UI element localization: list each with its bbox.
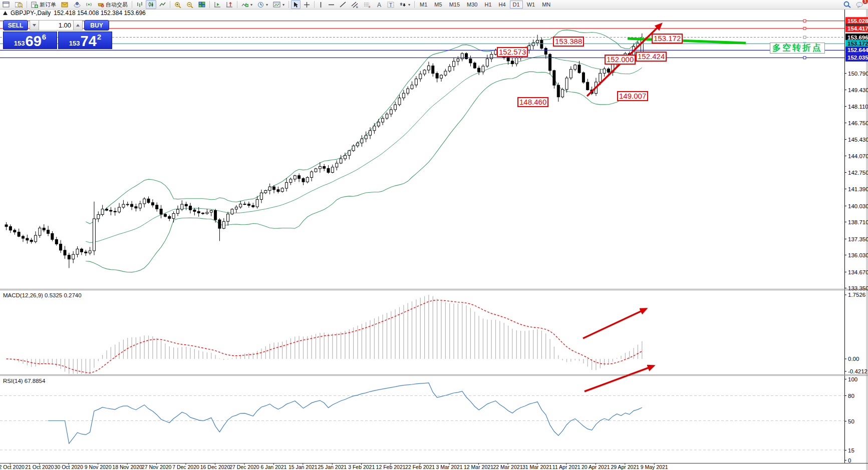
tile-windows-button[interactable] — [196, 0, 207, 9]
chart-title-bar: GBPJPY-,Daily 152.418 154.008 152.384 15… — [0, 10, 868, 16]
timeframe-h4[interactable]: H4 — [496, 1, 509, 9]
rsi-label: RSI(14) 67.8854 — [3, 378, 45, 384]
line-chart-icon — [159, 2, 166, 8]
price-annotation: 149.007 — [617, 91, 648, 101]
crosshair-button[interactable] — [302, 0, 312, 9]
new-order-button[interactable]: 新订单 — [29, 0, 58, 9]
notification-badge: 1 — [862, 0, 868, 4]
macd-label: MACD(12,26,9) 0.5325 0.2740 — [3, 292, 82, 298]
macd-pane-area[interactable] — [0, 290, 844, 374]
horizontal-line-button[interactable] — [326, 0, 337, 9]
window-list-icon[interactable] — [1, 0, 12, 9]
buy-price-pips: 74 — [81, 34, 97, 48]
timeframe-mn[interactable]: MN — [539, 1, 553, 9]
candlestick-type-button[interactable] — [146, 0, 156, 9]
mt4-window: 新订单 自动交易 — [0, 0, 868, 470]
shapes-button[interactable]: ▾ — [397, 0, 412, 9]
shapes-caret: ▾ — [408, 3, 410, 7]
timeframe-m1[interactable]: M1 — [417, 1, 430, 9]
zoom-out-icon — [186, 2, 193, 8]
collapse-arrow-icon[interactable] — [3, 11, 8, 15]
zoom-in-button[interactable] — [172, 0, 183, 9]
auto-scroll-button[interactable] — [212, 0, 223, 9]
arrows-shapes-icon — [399, 2, 406, 8]
spinner-down-icon — [33, 24, 36, 27]
svg-text:A: A — [377, 2, 381, 8]
signals-button[interactable] — [84, 0, 94, 9]
chart-shift-button[interactable] — [224, 0, 235, 9]
buy-price-display[interactable]: 153 74 2 — [58, 32, 112, 49]
time-axis[interactable] — [0, 463, 844, 470]
volume-decrease-button[interactable] — [30, 20, 39, 31]
crosshair-icon — [304, 2, 310, 8]
indicators-caret: ▾ — [250, 3, 252, 7]
candlestick-icon — [148, 2, 154, 8]
trendline-button[interactable] — [338, 0, 348, 9]
sell-button[interactable]: SELL — [3, 20, 28, 31]
main-chart-area[interactable] — [0, 15, 844, 289]
cursor-button[interactable] — [291, 0, 301, 9]
vertical-line-icon — [319, 2, 323, 8]
autotrading-button[interactable]: 自动交易 — [95, 0, 130, 9]
magnifier-chart-icon — [15, 2, 23, 8]
timeframe-d1[interactable]: D1 — [510, 1, 523, 9]
zoom-in-icon — [174, 2, 181, 8]
timeframe-h1[interactable]: H1 — [481, 1, 494, 9]
window-icon — [3, 2, 10, 8]
line-chart-type-button[interactable] — [157, 0, 168, 9]
bar-chart-icon — [136, 2, 143, 8]
chart-ohlc-values: 152.418 154.008 152.384 153.696 — [54, 10, 146, 17]
channel-button[interactable]: E — [349, 0, 361, 9]
zoom-out-button[interactable] — [184, 0, 195, 9]
price-annotation: 153.172 — [652, 34, 683, 44]
sell-price-pips: 69 — [26, 34, 42, 48]
volume-input[interactable] — [39, 20, 73, 31]
periods-button[interactable]: ▾ — [255, 0, 270, 9]
templates-button[interactable]: ▾ — [271, 0, 286, 9]
horizontal-line-icon — [328, 2, 335, 8]
bar-chart-type-button[interactable] — [134, 0, 145, 9]
vertical-line-button[interactable] — [317, 0, 325, 9]
volume-increase-button[interactable] — [73, 20, 83, 31]
new-order-label: 新订单 — [40, 1, 56, 9]
indicators-button[interactable]: ▾ — [239, 0, 254, 9]
channel-icon: E — [351, 2, 359, 8]
bull-bear-turning-point-note[interactable]: 多空转折点 — [770, 43, 825, 54]
fibonacci-button[interactable]: F — [362, 0, 373, 9]
sell-price-point: 6 — [42, 33, 46, 41]
mail-icon-button[interactable] — [59, 0, 70, 9]
toolbar: 新订单 自动交易 — [0, 0, 868, 10]
label-button[interactable]: T — [385, 0, 396, 9]
price-axis[interactable] — [844, 15, 868, 463]
autotrading-label: 自动交易 — [106, 1, 128, 9]
signal-waves-icon — [86, 2, 92, 8]
svg-text:E: E — [356, 6, 358, 8]
community-button[interactable] — [71, 0, 83, 9]
timeframe-m30[interactable]: M30 — [464, 1, 480, 9]
templates-caret: ▾ — [282, 3, 284, 7]
timeframe-w1[interactable]: W1 — [524, 1, 538, 9]
price-annotation: 153.388 — [553, 37, 584, 47]
notifications-button[interactable]: 1 — [854, 0, 865, 9]
cursor-icon — [293, 2, 299, 8]
auto-scroll-icon — [214, 2, 221, 8]
autotrading-icon — [97, 2, 104, 8]
new-order-icon — [31, 2, 38, 8]
text-a-icon: A — [376, 2, 382, 8]
fibonacci-icon: F — [364, 2, 371, 8]
buy-button[interactable]: BUY — [84, 20, 109, 31]
svg-text:F: F — [369, 6, 371, 8]
mail-icon — [61, 2, 68, 8]
search-button[interactable] — [841, 0, 853, 9]
buy-price-base: 153 — [69, 40, 80, 47]
price-annotation: 152.000 — [605, 55, 636, 65]
rsi-pane-area[interactable] — [0, 376, 844, 463]
timeframe-m5[interactable]: M5 — [431, 1, 445, 9]
chart-preview-icon[interactable] — [13, 0, 25, 9]
sell-price-display[interactable]: 153 69 6 — [3, 32, 57, 49]
text-button[interactable]: A — [374, 0, 384, 9]
cloud-user-icon — [73, 2, 81, 8]
timeframe-m15[interactable]: M15 — [446, 1, 463, 9]
spinner-up-icon — [76, 24, 80, 27]
timeframe-toolbar: M1M5M15M30H1H4D1W1MN — [416, 1, 554, 9]
